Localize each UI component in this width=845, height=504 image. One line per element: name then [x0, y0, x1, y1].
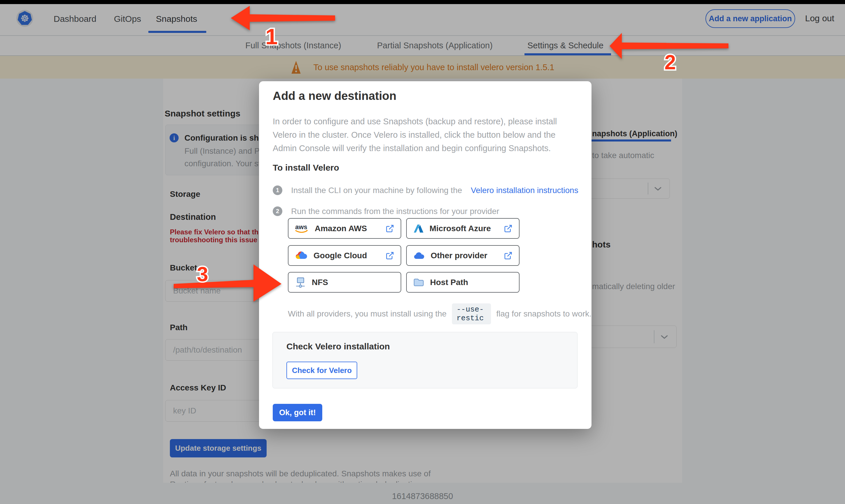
provider-label: Host Path [430, 278, 468, 287]
cloud-icon [413, 251, 425, 260]
check-velero-section: Check Velero installation Check for Vele… [272, 332, 578, 389]
provider-label: Amazon AWS [315, 224, 367, 233]
restic-prefix: With all providers, you must install usi… [288, 309, 447, 319]
provider-button-aws[interactable]: aws Amazon AWS [288, 218, 401, 239]
install-step-2: 2 Run the commands from the instructions… [273, 206, 499, 216]
restic-note: With all providers, you must install usi… [288, 303, 592, 324]
add-destination-modal: Add a new destination In order to config… [259, 81, 592, 429]
use-restic-flag-code: --use-restic [452, 303, 491, 324]
provider-button-nfs[interactable]: NFS [288, 272, 401, 293]
svg-text:aws: aws [295, 223, 307, 231]
velero-install-instructions-link[interactable]: Velero installation instructions [471, 186, 578, 195]
provider-button-google-cloud[interactable]: Google Cloud [288, 245, 401, 266]
screen: ☸ Dashboard GitOps Snapshots Add a new a… [0, 0, 845, 504]
step-2-badge: 2 [273, 206, 282, 216]
ok-got-it-button[interactable]: Ok, got it! [273, 404, 322, 421]
step-2-text: Run the commands from the instructions f… [291, 207, 499, 216]
check-velero-title: Check Velero installation [286, 342, 390, 352]
provider-label: Google Cloud [314, 251, 367, 260]
restic-suffix: flag for snapshots to work. [496, 309, 592, 319]
external-link-icon [386, 224, 394, 233]
aws-logo-icon: aws [295, 223, 309, 234]
google-cloud-logo-icon [295, 251, 308, 260]
nfs-drive-icon [295, 277, 306, 288]
provider-label: Other provider [431, 251, 487, 260]
provider-label: Microsoft Azure [429, 224, 491, 233]
folder-icon [413, 278, 424, 287]
provider-button-host-path[interactable]: Host Path [406, 272, 520, 293]
external-link-icon [504, 251, 512, 260]
modal-title: Add a new destination [273, 89, 396, 103]
step-1-badge: 1 [273, 185, 282, 195]
external-link-icon [386, 251, 394, 260]
check-for-velero-button[interactable]: Check for Velero [286, 362, 357, 379]
to-install-velero-heading: To install Velero [273, 163, 339, 173]
external-link-icon [504, 224, 512, 233]
provider-button-azure[interactable]: Microsoft Azure [406, 218, 520, 239]
install-step-1: 1 Install the CLI on your machine by fol… [273, 185, 578, 195]
azure-logo-icon [413, 223, 424, 234]
step-1-text: Install the CLI on your machine by follo… [291, 186, 462, 195]
modal-body-text: In order to configure and use Snapshots … [273, 115, 568, 155]
provider-label: NFS [312, 278, 328, 287]
provider-button-other[interactable]: Other provider [406, 245, 520, 266]
